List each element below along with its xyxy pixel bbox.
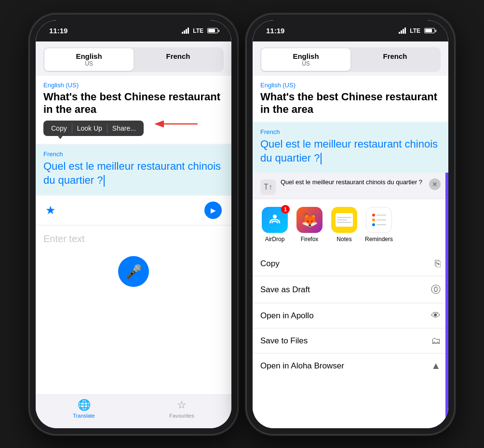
tab-french-label-1: French [135, 52, 221, 60]
action-open-apollo-icon: 👁 [431, 310, 441, 321]
action-copy-label: Copy [260, 259, 280, 269]
firefox-icon: 🦊 [296, 207, 323, 233]
target-area-2: French Quel est le meilleur restaurant c… [253, 122, 448, 173]
phone-1-screen: 11:19 LTE [36, 20, 231, 428]
share-action-list: Copy ⎘ Save as Draft ⓪ Open in Apollo 👁 [253, 251, 448, 378]
lte-label-1: LTE [193, 27, 203, 34]
signal-icon-1 [182, 27, 189, 34]
battery-icon-1 [207, 28, 218, 33]
arrow-annotation [154, 117, 202, 133]
lte-label-2: LTE [410, 27, 420, 34]
phone-1: 11:19 LTE [30, 14, 237, 434]
action-open-aloha-icon: ▲ [431, 360, 441, 371]
share-app-airdrop[interactable]: 1 AirDrop [260, 207, 289, 243]
share-preview-text: Quel est le meilleur restaurant chinois … [281, 178, 424, 187]
tab-english-label-2: English [263, 52, 349, 60]
nav-translate-1[interactable]: 🌐 Translate [73, 399, 94, 419]
status-bar-1: 11:19 LTE [36, 20, 231, 41]
action-open-apollo[interactable]: Open in Apollo 👁 [253, 303, 448, 328]
share-preview-header: T↑ Quel est le meilleur restaurant chino… [253, 173, 448, 199]
target-text-2: Quel est le meilleur restaurant chinois … [260, 137, 441, 165]
action-save-files-label: Save to Files [260, 336, 308, 346]
enter-text-placeholder-1[interactable]: Enter text [43, 233, 85, 244]
firefox-label: Firefox [301, 236, 319, 243]
status-icons-1: LTE [182, 27, 218, 34]
share-close-button[interactable]: ✕ [429, 178, 441, 190]
action-copy-icon: ⎘ [435, 258, 441, 269]
tab-english-1[interactable]: English US [44, 48, 134, 71]
context-lookup-btn[interactable]: Look Up [72, 122, 107, 135]
tab-french-1[interactable]: French [134, 48, 223, 71]
action-save-draft-label: Save as Draft [260, 285, 310, 295]
language-tabs-2: English US French [260, 47, 441, 72]
purple-accent [445, 173, 448, 428]
phone-2-screen: 11:19 LTE [253, 20, 448, 428]
action-save-draft-icon: ⓪ [431, 283, 441, 296]
reminders-icon [366, 207, 392, 233]
tab-english-2[interactable]: English US [261, 48, 350, 71]
tab-english-sub-2: US [263, 60, 349, 67]
favorite-icon-1[interactable]: ★ [45, 204, 56, 217]
source-lang-label-1: English (US) [43, 81, 224, 89]
airdrop-badge: 1 [281, 205, 290, 214]
text-cursor-1 [104, 175, 105, 187]
translate-nav-label-1: Translate [73, 413, 94, 419]
share-app-notes[interactable]: Notes [330, 207, 359, 243]
source-text-1: What's the best Chinese restaurant in th… [43, 91, 224, 116]
text-cursor-2 [321, 153, 322, 164]
share-app-firefox[interactable]: 🦊 Firefox [295, 207, 324, 243]
phone-2-content: English US French English (US) What's th… [253, 41, 448, 428]
share-sheet: T↑ Quel est le meilleur restaurant chino… [253, 173, 448, 428]
airdrop-icon: 1 [262, 207, 288, 233]
airdrop-symbol [268, 213, 282, 227]
arrow-svg [154, 117, 202, 131]
time-1: 11:19 [49, 27, 67, 35]
phone-1-content: English US French English (US) What's th… [36, 41, 231, 428]
action-save-files-icon: 🗂 [431, 335, 441, 346]
time-2: 11:19 [266, 27, 284, 35]
favourites-nav-label-1: Favourites [169, 413, 194, 419]
notes-icon [331, 207, 357, 233]
tab-english-label-1: English [46, 52, 132, 60]
share-text-icon: T↑ [260, 179, 276, 195]
translate-nav-icon-1: 🌐 [78, 399, 91, 411]
context-copy-btn[interactable]: Copy [46, 122, 72, 135]
share-apps-row: 1 AirDrop 🦊 [253, 199, 448, 250]
status-bar-2: 11:19 LTE [253, 20, 448, 41]
action-save-files[interactable]: Save to Files 🗂 [253, 328, 448, 353]
favourites-nav-icon-1: ☆ [177, 399, 187, 411]
bottom-nav-1: 🌐 Translate ☆ Favourites [36, 394, 231, 428]
action-open-aloha[interactable]: Open in Aloha Browser ▲ [253, 353, 448, 378]
reminders-label: Reminders [365, 236, 393, 243]
target-area-1: French Quel est le meilleur restaurant c… [36, 145, 231, 195]
phones-container: 11:19 LTE [30, 14, 454, 434]
notes-label: Notes [336, 236, 351, 243]
status-icons-2: LTE [399, 27, 435, 34]
context-share-btn[interactable]: Share... [108, 122, 141, 135]
tab-french-2[interactable]: French [350, 48, 440, 71]
action-open-apollo-label: Open in Apollo [260, 311, 314, 321]
target-lang-label-1: French [43, 150, 224, 158]
svg-point-2 [273, 215, 277, 218]
signal-icon-2 [399, 27, 406, 34]
airdrop-label: AirDrop [265, 236, 285, 243]
source-text-2: What's the best Chinese restaurant in th… [260, 91, 441, 116]
phone-2: 11:19 LTE [247, 14, 454, 434]
share-app-reminders[interactable]: Reminders [364, 207, 393, 243]
source-lang-label-2: English (US) [260, 81, 441, 89]
source-area-1: English (US) What's the best Chinese res… [36, 76, 231, 144]
nav-favourites-1[interactable]: ☆ Favourites [169, 399, 194, 419]
target-text-1: Quel est le meilleur restaurant chinois … [43, 160, 224, 187]
play-button-1[interactable]: ▶ [204, 202, 222, 219]
input-area-1: Enter text 🎤 [36, 226, 231, 394]
action-open-aloha-label: Open in Aloha Browser [260, 361, 344, 371]
mic-button-1[interactable]: 🎤 [118, 256, 149, 287]
action-save-draft[interactable]: Save as Draft ⓪ [253, 276, 448, 303]
source-area-2: English (US) What's the best Chinese res… [253, 76, 448, 122]
target-lang-label-2: French [260, 128, 441, 136]
translation-actions-1: ★ ▶ [36, 196, 231, 225]
context-menu-1: Copy Look Up Share... [43, 121, 144, 136]
language-tabs-1: English US French [43, 47, 224, 72]
action-copy[interactable]: Copy ⎘ [253, 251, 448, 276]
battery-icon-2 [424, 28, 435, 33]
